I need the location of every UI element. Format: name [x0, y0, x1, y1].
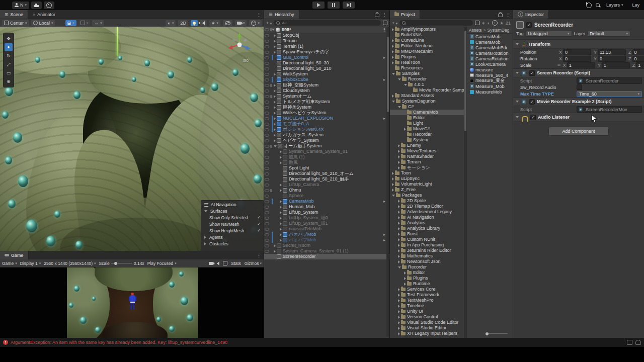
- expander-collapsed-icon[interactable]: [398, 166, 400, 169]
- project-folder-item[interactable]: Standard Assets: [390, 93, 464, 99]
- prefab-open-chevron[interactable]: ▸: [383, 199, 385, 204]
- expander-collapsed-icon[interactable]: [274, 106, 276, 109]
- object-reference-field[interactable]: #ScreenRecorder: [577, 77, 642, 84]
- nav-overlay-option[interactable]: Show Only Selected✓: [201, 214, 264, 221]
- expander-collapsed-icon[interactable]: [280, 217, 282, 220]
- expander-collapsed-icon[interactable]: [398, 310, 400, 313]
- expander-collapsed-icon[interactable]: [398, 327, 400, 330]
- hierarchy-item[interactable]: CloudSystem: [264, 88, 389, 94]
- visibility-eye-icon[interactable]: [265, 167, 269, 170]
- expander-collapsed-icon[interactable]: [280, 239, 282, 242]
- expander-collapsed-icon[interactable]: [274, 73, 276, 76]
- project-folder-item[interactable]: Analytics: [390, 220, 464, 226]
- visibility-eye-icon[interactable]: [265, 34, 269, 37]
- hierarchy-item[interactable]: LiftUp_System_頭1: [264, 221, 389, 226]
- number-field[interactable]: 1: [636, 62, 644, 68]
- kebab-menu-icon[interactable]: ⋮: [257, 253, 261, 258]
- project-folder-item[interactable]: 4.0.1: [390, 82, 464, 87]
- expander-collapsed-icon[interactable]: [392, 172, 394, 175]
- pickability-icon[interactable]: [270, 95, 272, 98]
- console-error-message[interactable]: ArgumentException: An item with the same…: [11, 340, 227, 345]
- project-folder-item[interactable]: Burst: [390, 231, 464, 237]
- hierarchy-item[interactable]: 巨神_空撮System: [264, 82, 389, 88]
- expander-collapsed-icon[interactable]: [280, 222, 282, 225]
- tab-project[interactable]: Project: [390, 10, 420, 19]
- project-folder-item[interactable]: Packages: [390, 193, 464, 198]
- visibility-eye-icon[interactable]: [265, 195, 269, 198]
- visibility-eye-icon[interactable]: [265, 101, 269, 104]
- hierarchy-item[interactable]: トルメキア戦車System: [264, 99, 389, 105]
- visibility-eye-icon[interactable]: [265, 150, 269, 153]
- overlay-header[interactable]: AI Navigation: [201, 202, 264, 208]
- expander-collapsed-icon[interactable]: [280, 233, 282, 236]
- project-folder-item[interactable]: Version Control: [390, 314, 464, 320]
- expander-collapsed-icon[interactable]: [398, 305, 400, 308]
- hierarchy-item[interactable]: Directional light_50_210_触手: [264, 176, 389, 182]
- hierarchy-item[interactable]: NUCLEAR_EXPLOSION▸: [264, 116, 389, 121]
- project-folder-item[interactable]: Editor: [390, 270, 464, 276]
- game-viewport[interactable]: [0, 267, 264, 338]
- expander-collapsed-icon[interactable]: [398, 332, 400, 335]
- game-gizmos-dropdown[interactable]: Gizmos▾: [245, 261, 262, 266]
- nav-overlay-option[interactable]: Show HeightMesh✓: [201, 227, 264, 234]
- project-folder-item[interactable]: Terrain: [390, 159, 464, 165]
- visibility-eye-icon[interactable]: [265, 217, 269, 220]
- expander-expanded-icon[interactable]: [398, 266, 401, 268]
- expander-collapsed-icon[interactable]: [280, 156, 282, 159]
- project-folder-item[interactable]: Unity UI: [390, 309, 464, 314]
- gameobject-cube-icon[interactable]: [516, 21, 524, 29]
- expander-collapsed-icon[interactable]: [274, 134, 276, 137]
- link-scale-icon[interactable]: ∞: [557, 63, 560, 67]
- project-file-item[interactable]: measure_560_4: [467, 72, 513, 78]
- obstacles-section[interactable]: Obstacles: [201, 240, 264, 247]
- expander-collapsed-icon[interactable]: [280, 206, 282, 209]
- hierarchy-item[interactable]: Directional light_50_30: [264, 60, 389, 66]
- project-folder-item[interactable]: MovieTextures: [390, 148, 464, 154]
- project-folder-item[interactable]: Visual Studio Editor: [390, 325, 464, 331]
- visibility-eye-icon[interactable]: [265, 89, 269, 93]
- expander-collapsed-icon[interactable]: [280, 161, 282, 164]
- project-folder-item[interactable]: TextMeshPro: [390, 298, 464, 303]
- create-button[interactable]: + ▾: [392, 21, 397, 26]
- project-search-input[interactable]: [399, 20, 473, 26]
- expander-collapsed-icon[interactable]: [274, 45, 276, 48]
- project-folder-item[interactable]: SystemDagurion: [390, 99, 464, 104]
- visibility-eye-icon[interactable]: [265, 250, 269, 253]
- project-folder-item[interactable]: RealToon: [390, 60, 464, 65]
- visibility-eye-icon[interactable]: [265, 45, 269, 48]
- scene-orientation-gizmo[interactable]: [226, 32, 253, 58]
- hierarchy-item[interactable]: 巨神兵System: [264, 105, 389, 110]
- number-field[interactable]: 1: [567, 62, 595, 68]
- project-folder-item[interactable]: Editor_Neutrino: [390, 43, 464, 49]
- visibility-eye-icon[interactable]: [265, 178, 269, 181]
- expander-collapsed-icon[interactable]: [392, 50, 394, 53]
- expander-collapsed-icon[interactable]: [392, 39, 394, 42]
- label-icon[interactable]: ◐: [487, 21, 490, 26]
- project-folder-item[interactable]: MoveC#: [390, 126, 464, 132]
- project-folder-item[interactable]: Visual Studio Code Editor: [390, 320, 464, 325]
- hierarchy-item[interactable]: Sphere: [264, 193, 389, 199]
- agents-section[interactable]: Agents: [201, 234, 264, 240]
- project-folder-item[interactable]: Timeline: [390, 303, 464, 309]
- expander-collapsed-icon[interactable]: [398, 150, 400, 153]
- hierarchy-item[interactable]: System_Camera_System_01: [264, 149, 389, 154]
- expander-expanded-icon[interactable]: [398, 78, 401, 80]
- hierarchy-item[interactable]: モブ胞子0_A: [264, 121, 389, 127]
- expander-collapsed-icon[interactable]: [404, 283, 406, 286]
- expander-collapsed-icon[interactable]: [392, 177, 394, 180]
- surfaces-section[interactable]: Surfaces: [201, 208, 264, 214]
- expander-collapsed-icon[interactable]: [398, 316, 400, 319]
- kebab-menu-icon[interactable]: ⋮: [382, 27, 386, 32]
- mute-audio-icon[interactable]: [217, 261, 219, 265]
- search-by-type-icon[interactable]: [383, 21, 387, 25]
- expander-collapsed-icon[interactable]: [398, 222, 400, 225]
- step-button[interactable]: [343, 2, 355, 9]
- project-file-item[interactable]: measure_黄金: [467, 78, 513, 83]
- thumbnail-size-slider[interactable]: [486, 333, 508, 334]
- tab-inspector[interactable]: i Inspector: [513, 10, 549, 19]
- component-header[interactable]: #✓Screen Recorder (Script): [513, 68, 644, 77]
- project-folder-item[interactable]: Editor: [390, 115, 464, 121]
- create-button[interactable]: + ▾: [266, 21, 272, 26]
- hierarchy-item[interactable]: WalkSystem: [264, 71, 389, 77]
- pickability-icon[interactable]: [270, 189, 272, 192]
